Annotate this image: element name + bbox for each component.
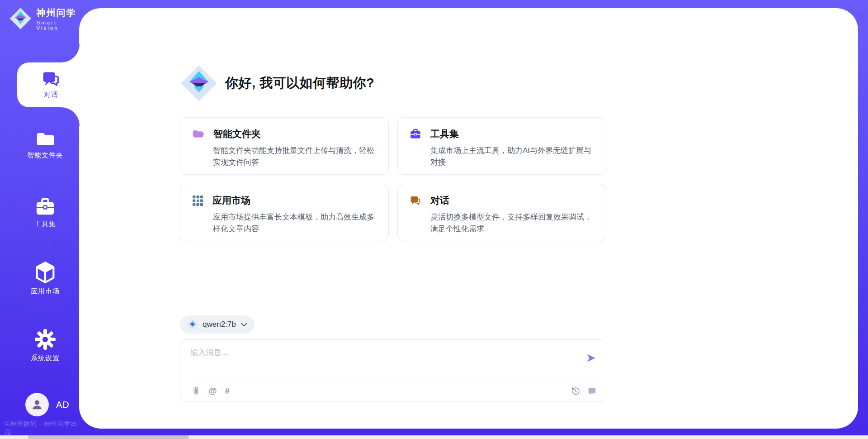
sidebar-item-label: 应用市场	[31, 287, 60, 296]
model-name: qwen2:7b	[203, 320, 236, 329]
card-title: 对话	[430, 194, 449, 207]
chat-icon	[42, 71, 61, 88]
composer-toolbar-right	[571, 386, 597, 396]
card-toolbox[interactable]: 工具集 集成市场上主流工具，助力AI与外界无缝扩展与对接	[397, 117, 606, 175]
send-icon[interactable]	[586, 353, 597, 363]
paperclip-icon[interactable]	[190, 386, 200, 396]
gear-icon	[34, 329, 56, 350]
avatar	[25, 393, 49, 416]
card-description: 集成市场上主流工具，助力AI与外界无缝扩展与对接	[430, 145, 594, 168]
message-input[interactable]	[190, 347, 579, 373]
folder-open-icon	[192, 129, 204, 139]
sidebar-item-label: 智能文件夹	[27, 151, 63, 160]
sidebar-item-label: 工具集	[34, 220, 56, 229]
brand-diamond-icon	[187, 319, 198, 330]
hash-icon[interactable]: #	[225, 386, 230, 396]
chat-icon	[410, 196, 421, 206]
at-icon[interactable]: @	[208, 386, 217, 396]
card-title: 智能文件夹	[213, 128, 261, 140]
card-title: 工具集	[430, 128, 459, 140]
feature-cards: 智能文件夹 智能文件夹功能支持批量文件上传与清洗，轻松实现文件问答 工具集 集成…	[180, 117, 606, 241]
card-description: 应用市场提供丰富长文本模板，助力高效生成多样化文章内容	[213, 211, 377, 234]
footer-note: ©神州数码 · 神州问学出品	[5, 420, 79, 436]
sidebar-item-chat[interactable]: 对话	[17, 62, 85, 107]
history-icon[interactable]	[571, 386, 580, 396]
sidebar: 神州问学 Smart Vision 对话 智能文件夹 工具集	[0, 0, 79, 439]
card-description: 灵活切换多模型文件，支持多样回复效果调试，满足个性化需求	[430, 211, 594, 234]
sidebar-item-market[interactable]: 应用市场	[11, 262, 79, 296]
card-chat[interactable]: 对话 灵活切换多模型文件，支持多样回复效果调试，满足个性化需求	[397, 184, 606, 241]
sidebar-item-label: 系统设置	[31, 354, 60, 363]
composer-toolbar: @ #	[190, 381, 597, 396]
card-title: 应用市场	[212, 194, 250, 207]
sidebar-item-folders[interactable]: 智能文件夹	[11, 130, 79, 160]
greeting-text: 你好, 我可以如何帮助你?	[225, 74, 374, 92]
tab-fillet-top	[61, 44, 80, 62]
card-smart-folder[interactable]: 智能文件夹 智能文件夹功能支持批量文件上传与清洗，轻松实现文件问答	[180, 117, 389, 175]
user-name: AD	[56, 400, 70, 410]
tab-fillet-bottom	[61, 107, 80, 126]
card-app-market[interactable]: 应用市场 应用市场提供丰富长文本模板，助力高效生成多样化文章内容	[180, 184, 389, 241]
message-composer: @ #	[180, 339, 606, 402]
chevron-down-icon	[241, 322, 247, 328]
horizontal-scrollbar-thumb[interactable]	[28, 435, 189, 439]
sidebar-item-settings[interactable]: 系统设置	[11, 329, 79, 363]
folder-icon	[35, 130, 56, 148]
brand-diamond-icon	[9, 6, 32, 31]
model-selector[interactable]: qwen2:7b	[180, 315, 255, 334]
main-content: 你好, 我可以如何帮助你? 智能文件夹 智能文件夹功能支持批量文件上传与清洗，轻…	[180, 64, 606, 402]
card-description: 智能文件夹功能支持批量文件上传与清洗，轻松实现文件问答	[213, 145, 377, 168]
sidebar-item-label: 对话	[44, 91, 58, 99]
person-icon	[30, 398, 44, 411]
brand: 神州问学 Smart Vision	[9, 6, 79, 31]
user-profile[interactable]: AD	[25, 393, 70, 416]
brand-name: 神州问学	[37, 7, 79, 19]
cube-icon	[35, 262, 55, 283]
apps-grid-icon	[192, 195, 203, 206]
greeting: 你好, 我可以如何帮助你?	[180, 64, 606, 102]
horizontal-scrollbar[interactable]	[0, 435, 868, 439]
brand-diamond-icon	[180, 64, 218, 102]
sidebar-item-toolbox[interactable]: 工具集	[11, 197, 79, 229]
brand-subtitle: Smart Vision	[37, 20, 79, 31]
toolbox-icon	[410, 129, 421, 139]
toolbox-icon	[35, 197, 56, 216]
chat-bubble-icon[interactable]	[587, 386, 597, 396]
